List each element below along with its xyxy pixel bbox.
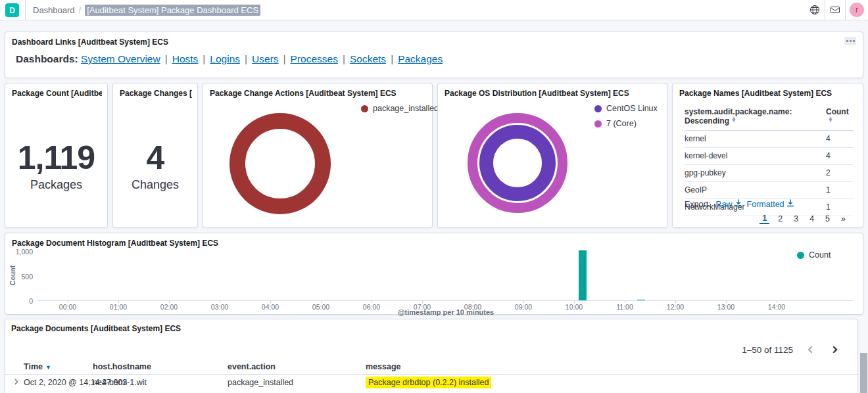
cell-hostname: ne4-bemi-1.wit (93, 378, 147, 387)
legend-item[interactable]: 7 (Core) (594, 119, 658, 128)
next-page-button[interactable] (827, 342, 843, 358)
header-divider (845, 0, 846, 20)
dashboard-link-system-overview[interactable]: System Overview (81, 53, 160, 64)
kibana-logo[interactable]: D (5, 3, 19, 17)
dashboard-link-hosts[interactable]: Hosts (172, 53, 199, 64)
x-axis-tickmark (68, 300, 68, 303)
chart-legend: package_installed (361, 104, 439, 113)
column-header-package-name[interactable]: system.audit.package.name: Descending▲▼ (685, 107, 826, 126)
panel-package-os-distribution: Package OS Distribution [Auditbeat Syste… (437, 83, 667, 228)
table-row: gpg-pubkey2 (685, 165, 854, 182)
column-header-event-action[interactable]: event.action (228, 362, 276, 371)
x-axis-tickmark (270, 300, 271, 303)
table-row: GeoIP1 (685, 182, 854, 199)
dashboard-link-packages[interactable]: Packages (398, 53, 443, 64)
page-button-2[interactable]: 2 (775, 214, 785, 223)
metric-value: 4 (113, 141, 197, 174)
column-header-message[interactable]: message (366, 362, 401, 371)
cell-package-name: gpg-pubkey (685, 168, 826, 177)
panel-title: Package Count [Auditbeat Sy... (12, 89, 102, 98)
legend-label: CentOS Linux (606, 104, 658, 113)
x-axis-tickmark (726, 300, 727, 303)
documents-pagination: 1–50 of 1125 (742, 342, 843, 358)
column-header-time[interactable]: Time▼ (24, 362, 51, 371)
x-axis-tick: 02:00 (155, 303, 183, 311)
chart-legend: CentOS Linux7 (Core) (594, 104, 658, 128)
y-axis-tick: 0 (11, 297, 33, 305)
expand-row-button[interactable] (13, 378, 20, 387)
user-avatar[interactable]: r (850, 3, 864, 17)
x-axis-tickmark (169, 300, 170, 303)
x-axis-tick: 12:00 (661, 303, 690, 311)
change-actions-donut-chart[interactable] (225, 108, 335, 219)
cell-count: 2 (826, 168, 854, 177)
newsfeed-button[interactable] (825, 0, 845, 20)
page-button-3[interactable]: 3 (791, 214, 801, 223)
dashboard-link-users[interactable]: Users (252, 53, 278, 64)
sort-icon: ▲▼ (828, 117, 833, 122)
chevron-left-icon (806, 346, 814, 354)
histogram-bar-11:20[interactable] (637, 300, 645, 300)
panel-title: Dashboard Links [Auditbeat System] ECS (12, 37, 168, 47)
panel-package-document-histogram: Package Document Histogram [Auditbeat Sy… (5, 233, 863, 315)
dashboard-link-logins[interactable]: Logins (210, 53, 240, 64)
legend-item[interactable]: package_installed (361, 104, 439, 113)
x-axis-tick: 07:00 (408, 303, 437, 311)
cell-package-name: GeoIP (685, 185, 826, 195)
help-button[interactable] (805, 0, 825, 20)
previous-page-button[interactable] (802, 342, 818, 358)
os-distribution-donut-chart[interactable] (462, 108, 573, 218)
x-axis-tick: 11:00 (610, 303, 639, 311)
histogram-bar-10:10[interactable] (579, 250, 587, 300)
x-axis-tick: 04:00 (256, 303, 285, 311)
legend-item[interactable]: Count (797, 250, 831, 260)
x-axis-tickmark (422, 300, 423, 303)
table-row: kernel4 (685, 131, 854, 148)
page-button-5[interactable]: 5 (823, 214, 832, 223)
x-axis-tick: 09:00 (509, 303, 538, 311)
pagination-range-label: 1–50 of 1125 (742, 345, 793, 355)
page-button-»[interactable]: » (838, 214, 848, 223)
globe-icon (809, 5, 820, 15)
export-formatted-link[interactable]: Formatted (747, 199, 794, 209)
panel-options-button[interactable] (844, 37, 856, 45)
export-raw-link[interactable]: Raw (716, 199, 742, 209)
chart-legend: Count (797, 250, 831, 260)
legend-item[interactable]: CentOS Linux (594, 104, 658, 113)
breadcrumb-dashboard[interactable]: Dashboard (33, 5, 75, 15)
page-button-1[interactable]: 1 (760, 214, 769, 224)
y-axis-tick: 500 (11, 273, 33, 281)
x-axis-tick: 10:00 (560, 303, 589, 311)
column-header-count[interactable]: Count▲▼ (826, 107, 854, 126)
dashboard-link-processes[interactable]: Processes (291, 53, 338, 64)
legend-label: 7 (Core) (606, 119, 637, 128)
header-divider (25, 0, 26, 20)
mail-icon (830, 5, 840, 15)
export-controls: Export: Raw Formatted (685, 199, 794, 209)
sort-descending-icon: ▼ (45, 364, 51, 371)
cell-count: 1 (826, 185, 854, 195)
x-axis-tick: 00:00 (53, 303, 82, 311)
panel-package-change-actions: Package Change Actions [Auditbeat System… (203, 83, 433, 228)
x-axis-tickmark (574, 300, 575, 303)
table-row: Oct 2, 2020 @ 14:14:27.903 ne4-bemi-1.wi… (5, 375, 857, 392)
dashboard-link-sockets[interactable]: Sockets (350, 53, 386, 64)
link-separator: | (343, 53, 345, 64)
panel-package-count: Package Count [Auditbeat Sy... 1,119 Pac… (5, 83, 108, 228)
x-axis-tick: 14:00 (762, 303, 791, 311)
column-header-hostname[interactable]: host.hostname (93, 362, 151, 371)
x-axis-line (38, 300, 854, 301)
histogram-chart[interactable]: Count @timestamp per 10 minutes 05001,00… (5, 233, 863, 314)
x-axis-tickmark (473, 300, 473, 303)
x-axis-tick: 05:00 (306, 303, 335, 311)
metric-label: Packages (5, 178, 107, 192)
table-row: kernel-devel4 (685, 148, 854, 165)
page-scrollbar-thumb[interactable] (860, 353, 867, 393)
cell-package-name: kernel (685, 134, 826, 143)
cell-count: 4 (826, 134, 854, 143)
page-button-4[interactable]: 4 (807, 214, 817, 223)
table-header-row: Time▼ host.hostname event.action message (5, 359, 857, 375)
panel-dashboard-links: Dashboard Links [Auditbeat System] ECS D… (5, 32, 863, 78)
link-separator: | (245, 53, 247, 64)
metric-value: 1,119 (5, 141, 107, 174)
